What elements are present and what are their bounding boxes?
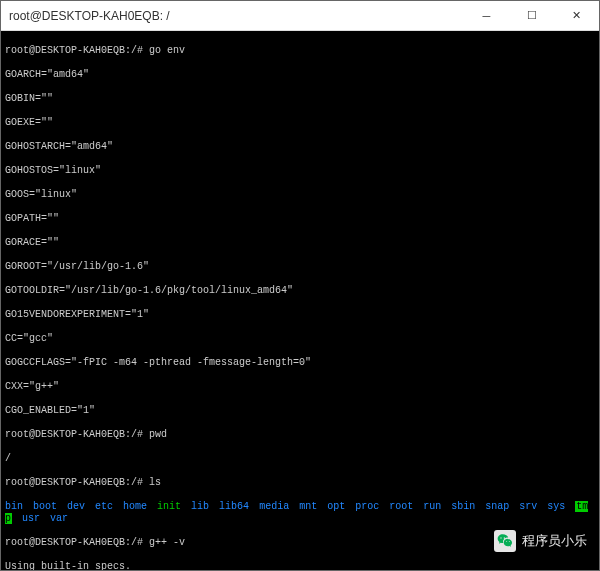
output-line: CGO_ENABLED="1" — [5, 405, 595, 417]
prompt-path: / — [131, 45, 137, 56]
output-line: GOGCCFLAGS="-fPIC -m64 -pthread -fmessag… — [5, 357, 595, 369]
maximize-button[interactable]: ☐ — [509, 1, 554, 31]
close-button[interactable]: ✕ — [554, 1, 599, 31]
output-line: GORACE="" — [5, 237, 595, 249]
cmd-ls: ls — [149, 477, 161, 488]
titlebar[interactable]: root@DESKTOP-KAH0EQB: / ─ ☐ ✕ — [1, 1, 599, 31]
output-line: GOARCH="amd64" — [5, 69, 595, 81]
output-line: GO15VENDOREXPERIMENT="1" — [5, 309, 595, 321]
output-line: GOPATH="" — [5, 213, 595, 225]
ls-dir: mnt — [299, 501, 317, 512]
watermark: 程序员小乐 — [494, 530, 587, 552]
ls-dir: home — [123, 501, 147, 512]
ls-dir: media — [259, 501, 289, 512]
output-line: CC="gcc" — [5, 333, 595, 345]
ls-dir: var — [50, 513, 68, 524]
output-line: GOHOSTOS="linux" — [5, 165, 595, 177]
ls-dir: sys — [547, 501, 565, 512]
output-line: GOTOOLDIR="/usr/lib/go-1.6/pkg/tool/linu… — [5, 285, 595, 297]
ls-dir: lib64 — [219, 501, 249, 512]
output-line: GOHOSTARCH="amd64" — [5, 141, 595, 153]
cmd-goenv: go env — [149, 45, 185, 56]
ls-dir: srv — [519, 501, 537, 512]
ls-exec: init — [157, 501, 181, 512]
output-line: GOROOT="/usr/lib/go-1.6" — [5, 261, 595, 273]
ls-dir: bin — [5, 501, 23, 512]
watermark-text: 程序员小乐 — [522, 535, 587, 547]
output-line: CXX="g++" — [5, 381, 595, 393]
ls-dir: etc — [95, 501, 113, 512]
output-line: GOOS="linux" — [5, 189, 595, 201]
ls-dir: snap — [485, 501, 509, 512]
prompt-line: root@DESKTOP-KAH0EQB:/# pwd — [5, 429, 595, 441]
cmd-pwd: pwd — [149, 429, 167, 440]
ls-dir: run — [423, 501, 441, 512]
ls-dir: opt — [327, 501, 345, 512]
output-line: GOBIN="" — [5, 93, 595, 105]
terminal-window: root@DESKTOP-KAH0EQB: / ─ ☐ ✕ root@DESKT… — [0, 0, 600, 571]
ls-dir: usr — [22, 513, 40, 524]
output-line: GOEXE="" — [5, 117, 595, 129]
prompt-line: root@DESKTOP-KAH0EQB:/# ls — [5, 477, 595, 489]
ls-output: binbootdevetchomeinitliblib64mediamntopt… — [5, 501, 595, 525]
prompt-line: root@DESKTOP-KAH0EQB:/# go env — [5, 45, 595, 57]
ls-dir: root — [389, 501, 413, 512]
cmd-gpp: g++ -v — [149, 537, 185, 548]
prompt-userhost: root@DESKTOP-KAH0EQB — [5, 45, 125, 56]
ls-dir: proc — [355, 501, 379, 512]
output-line: / — [5, 453, 595, 465]
ls-dir: sbin — [451, 501, 475, 512]
ls-dir: lib — [191, 501, 209, 512]
wechat-icon — [494, 530, 516, 552]
terminal-body[interactable]: root@DESKTOP-KAH0EQB:/# go env GOARCH="a… — [1, 31, 599, 570]
window-title: root@DESKTOP-KAH0EQB: / — [9, 9, 464, 23]
ls-dir: boot — [33, 501, 57, 512]
ls-dir: dev — [67, 501, 85, 512]
output-line: Using built-in specs. — [5, 561, 595, 570]
minimize-button[interactable]: ─ — [464, 1, 509, 31]
